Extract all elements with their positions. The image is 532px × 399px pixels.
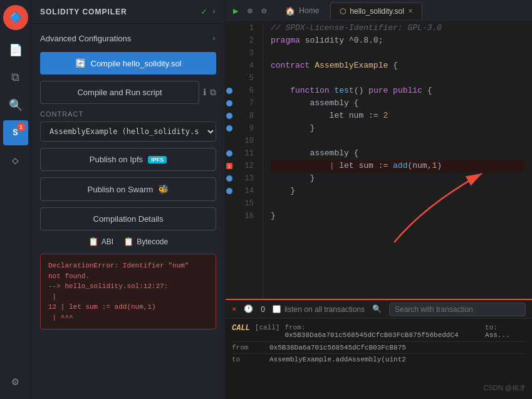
- line-marker-1: [226, 22, 233, 34]
- code-line-15: [271, 197, 524, 210]
- bottom-toolbar: ✕ 🕐 0 listen on all transactions 🔍: [226, 300, 532, 319]
- line-marker-15: [226, 197, 233, 210]
- line-marker-12: !: [226, 160, 233, 172]
- sidebar-icon-search[interactable]: 🔍: [3, 93, 28, 118]
- contract-section: CONTRACT AssemblyExample (hello_solidity…: [40, 110, 216, 142]
- code-line-8: let num := 2: [271, 110, 524, 122]
- compile-button[interactable]: 🔄 Compile hello_solidity.sol: [40, 52, 216, 75]
- info-icon[interactable]: ℹ: [203, 87, 206, 98]
- from-label: from: [232, 344, 269, 351]
- swarm-icon: 🐝: [158, 184, 169, 194]
- publish-swarm-label: Publish on Swarm: [88, 185, 154, 194]
- ipfs-badge: IPFS: [148, 156, 167, 163]
- line-marker-13: [226, 172, 233, 185]
- clock-icon[interactable]: 🕐: [244, 304, 253, 314]
- listen-checkbox[interactable]: [273, 305, 281, 313]
- line-marker-16: [226, 210, 233, 222]
- tx-count: 0: [261, 305, 265, 314]
- line-marker-6: [226, 85, 233, 97]
- panel-content: Advanced Configurations › 🔄 Compile hell…: [31, 24, 225, 254]
- abi-button[interactable]: 📋 ABI: [88, 237, 113, 246]
- search-bottom-icon[interactable]: 🔍: [372, 304, 382, 314]
- error-box: DeclarationError: Identifier "num"not fo…: [40, 254, 216, 329]
- chevron-right-icon[interactable]: ›: [212, 8, 216, 16]
- play-icon[interactable]: ▶: [231, 3, 241, 19]
- tab-bar-icons: ▶ ⊕ ⊖: [231, 3, 269, 19]
- line-marker-8: [226, 110, 233, 122]
- bytecode-label: Bytecode: [137, 237, 168, 246]
- publish-ipfs-button[interactable]: Publish on Ipfs IPFS: [40, 148, 216, 171]
- home-icon: 🏠: [285, 6, 295, 16]
- publish-ipfs-label: Publish on Ipfs: [90, 155, 143, 164]
- code-line-3: [271, 47, 524, 60]
- line-num-11: 11: [233, 147, 258, 160]
- search-tx-input[interactable]: [389, 303, 526, 316]
- watermark: CSDN @裕才: [484, 383, 526, 393]
- listen-check: listen on all transactions: [273, 305, 365, 314]
- contract-select[interactable]: AssemblyExample (hello_solidity.sol:: [40, 122, 216, 142]
- details-label: Compilation Details: [93, 214, 164, 224]
- line-marker-14: [226, 185, 233, 197]
- file-icon: ⬡: [340, 7, 346, 16]
- check-icon[interactable]: ✓: [201, 6, 206, 17]
- code-line-12: | let sum := add(num,1): [271, 160, 524, 172]
- code-line-13: }: [271, 172, 524, 185]
- code-content[interactable]: // SPDX-License-Identifier: GPL-3.0 prag…: [263, 22, 532, 299]
- line-num-12: 12: [233, 160, 258, 172]
- line-num-10: 10: [233, 135, 258, 147]
- code-line-14: }: [271, 185, 524, 197]
- sidebar-icon-plugin[interactable]: S 1: [3, 120, 28, 145]
- zoom-in-icon[interactable]: ⊕: [244, 3, 254, 19]
- tab-file[interactable]: ⬡ hello_solidity.sol ✕: [330, 3, 422, 19]
- abi-icon: 📋: [88, 237, 98, 246]
- tab-close-icon[interactable]: ✕: [408, 8, 413, 14]
- line-marker-4: [226, 60, 233, 72]
- from-value: 0x5B38Da6a701c568545dCfcB03FcB875: [269, 344, 406, 351]
- sidebar-icon-settings[interactable]: ⚙: [3, 369, 28, 394]
- code-line-1: // SPDX-License-Identifier: GPL-3.0: [271, 22, 524, 34]
- line-num-9: 9: [233, 122, 258, 135]
- code-line-16: }: [271, 210, 524, 222]
- compiler-panel: SOLIDITY COMPILER ✓ › Advanced Configura…: [31, 0, 226, 399]
- run-label: Compile and Run script: [77, 88, 162, 97]
- sidebar-icon-files[interactable]: 📄: [3, 38, 28, 63]
- code-line-7: assembly {: [271, 97, 524, 110]
- error-text: DeclarationError: Identifier "num"not fo…: [48, 262, 189, 321]
- code-line-10: [271, 135, 524, 147]
- line-num-4: 4: [233, 60, 258, 72]
- line-marker-10: [226, 135, 233, 147]
- run-script-button[interactable]: Compile and Run script: [40, 81, 199, 104]
- sidebar-icon-copy[interactable]: ⧉: [3, 65, 28, 90]
- compile-label: Compile hello_solidity.sol: [91, 59, 182, 68]
- line-marker-11: [226, 147, 233, 160]
- tab-home-label: Home: [299, 6, 319, 15]
- to-label: to: [232, 356, 269, 363]
- tab-bar: ▶ ⊕ ⊖ 🏠 Home ⬡ hello_solidity.sol ✕: [226, 0, 532, 22]
- logo[interactable]: 🔷: [3, 5, 28, 30]
- line-num-8: 8: [233, 110, 258, 122]
- compilation-details-button[interactable]: Compilation Details: [40, 207, 216, 231]
- line-num-2: 2: [233, 34, 258, 47]
- line-num-1: 1: [233, 22, 258, 34]
- line-marker-5: [226, 72, 233, 85]
- line-num-7: 7: [233, 97, 258, 110]
- plugin-badge: 1: [17, 123, 26, 132]
- tx-call-badge: CALL: [232, 324, 250, 333]
- tx-to-label: to: Ass...: [485, 324, 526, 339]
- line-num-5: 5: [233, 72, 258, 85]
- advanced-config[interactable]: Advanced Configurations ›: [40, 31, 216, 46]
- line-num-13: 13: [233, 172, 258, 185]
- zoom-out-icon[interactable]: ⊖: [259, 3, 269, 19]
- sidebar-icon-git[interactable]: ◇: [3, 148, 28, 173]
- code-editor[interactable]: ! 1 2 3 4 5 6 7 8 9 10 11 12 13: [226, 22, 532, 299]
- error-icon[interactable]: ✕: [232, 304, 236, 314]
- code-line-11: assembly {: [271, 147, 524, 160]
- editor-area: ▶ ⊕ ⊖ 🏠 Home ⬡ hello_solidity.sol ✕: [226, 0, 532, 399]
- tab-home[interactable]: 🏠 Home: [276, 3, 328, 19]
- tx-row-1: CALL [call] from: 0x5B38Da6a701c568545dC…: [232, 321, 526, 342]
- line-marker-9: [226, 122, 233, 135]
- bytecode-button[interactable]: 📋 Bytecode: [123, 237, 168, 246]
- copy2-icon[interactable]: ⧉: [210, 88, 216, 98]
- publish-swarm-button[interactable]: Publish on Swarm 🐝: [40, 177, 216, 201]
- advanced-config-arrow-icon: ›: [212, 34, 216, 43]
